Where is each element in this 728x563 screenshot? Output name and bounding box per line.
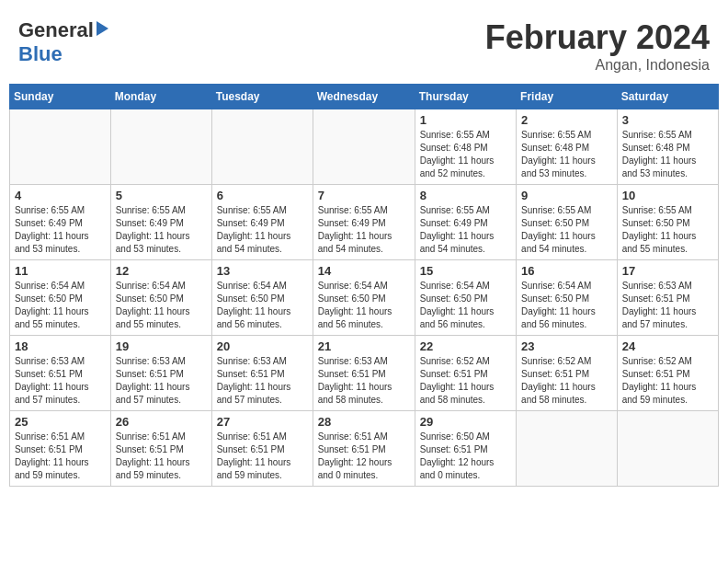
title-block: February 2024 Angan, Indonesia — [485, 18, 710, 74]
calendar-cell: 8Sunrise: 6:55 AM Sunset: 6:49 PM Daylig… — [415, 185, 516, 260]
calendar-cell: 4Sunrise: 6:55 AM Sunset: 6:49 PM Daylig… — [10, 185, 111, 260]
calendar-cell — [10, 109, 111, 185]
calendar-cell: 22Sunrise: 6:52 AM Sunset: 6:51 PM Dayli… — [415, 336, 516, 411]
calendar-cell — [617, 411, 718, 487]
calendar-cell: 24Sunrise: 6:52 AM Sunset: 6:51 PM Dayli… — [617, 336, 718, 411]
weekday-header-saturday: Saturday — [617, 85, 718, 109]
logo-blue: Blue — [18, 42, 63, 65]
calendar-cell: 18Sunrise: 6:53 AM Sunset: 6:51 PM Dayli… — [10, 336, 111, 411]
day-info: Sunrise: 6:54 AM Sunset: 6:50 PM Dayligh… — [318, 280, 410, 331]
day-info: Sunrise: 6:55 AM Sunset: 6:48 PM Dayligh… — [521, 129, 612, 180]
day-number: 3 — [622, 113, 713, 127]
day-info: Sunrise: 6:51 AM Sunset: 6:51 PM Dayligh… — [318, 431, 410, 482]
day-number: 28 — [318, 415, 410, 429]
calendar-cell: 12Sunrise: 6:54 AM Sunset: 6:50 PM Dayli… — [110, 260, 211, 336]
day-number: 27 — [217, 415, 308, 429]
day-info: Sunrise: 6:52 AM Sunset: 6:51 PM Dayligh… — [622, 355, 713, 407]
day-number: 14 — [318, 264, 410, 278]
calendar-cell: 28Sunrise: 6:51 AM Sunset: 6:51 PM Dayli… — [313, 411, 415, 487]
calendar-cell: 6Sunrise: 6:55 AM Sunset: 6:49 PM Daylig… — [211, 185, 313, 260]
calendar-cell — [313, 109, 415, 185]
calendar-cell: 11Sunrise: 6:54 AM Sunset: 6:50 PM Dayli… — [10, 260, 111, 336]
weekday-header-monday: Monday — [110, 85, 211, 109]
day-info: Sunrise: 6:53 AM Sunset: 6:51 PM Dayligh… — [622, 280, 713, 331]
calendar-cell: 23Sunrise: 6:52 AM Sunset: 6:51 PM Dayli… — [517, 336, 618, 411]
day-info: Sunrise: 6:55 AM Sunset: 6:49 PM Dayligh… — [420, 204, 511, 256]
day-number: 9 — [521, 189, 612, 202]
calendar-cell: 20Sunrise: 6:53 AM Sunset: 6:51 PM Dayli… — [211, 336, 313, 411]
day-info: Sunrise: 6:55 AM Sunset: 6:50 PM Dayligh… — [622, 204, 713, 256]
day-number: 2 — [521, 113, 612, 127]
calendar-cell: 17Sunrise: 6:53 AM Sunset: 6:51 PM Dayli… — [617, 260, 718, 336]
month-title: February 2024 — [485, 18, 710, 57]
day-info: Sunrise: 6:52 AM Sunset: 6:51 PM Dayligh… — [521, 355, 612, 407]
calendar-cell: 1Sunrise: 6:55 AM Sunset: 6:48 PM Daylig… — [415, 109, 516, 185]
weekday-header-thursday: Thursday — [415, 85, 516, 109]
day-info: Sunrise: 6:55 AM Sunset: 6:49 PM Dayligh… — [15, 204, 106, 256]
day-number: 21 — [318, 339, 410, 353]
calendar-cell: 25Sunrise: 6:51 AM Sunset: 6:51 PM Dayli… — [10, 411, 111, 487]
logo-arrow-icon — [97, 21, 108, 36]
day-info: Sunrise: 6:53 AM Sunset: 6:51 PM Dayligh… — [116, 355, 207, 407]
day-info: Sunrise: 6:55 AM Sunset: 6:48 PM Dayligh… — [622, 129, 713, 180]
day-number: 18 — [15, 339, 106, 353]
day-info: Sunrise: 6:54 AM Sunset: 6:50 PM Dayligh… — [420, 280, 511, 331]
weekday-header-sunday: Sunday — [10, 85, 111, 109]
day-info: Sunrise: 6:51 AM Sunset: 6:51 PM Dayligh… — [116, 431, 207, 482]
calendar-cell: 7Sunrise: 6:55 AM Sunset: 6:49 PM Daylig… — [313, 185, 415, 260]
day-number: 4 — [15, 189, 106, 202]
location-title: Angan, Indonesia — [485, 57, 710, 74]
day-info: Sunrise: 6:51 AM Sunset: 6:51 PM Dayligh… — [217, 431, 308, 482]
calendar-cell: 26Sunrise: 6:51 AM Sunset: 6:51 PM Dayli… — [110, 411, 211, 487]
day-number: 24 — [622, 339, 713, 353]
day-info: Sunrise: 6:55 AM Sunset: 6:49 PM Dayligh… — [318, 204, 410, 256]
day-number: 23 — [521, 339, 612, 353]
calendar-cell: 14Sunrise: 6:54 AM Sunset: 6:50 PM Dayli… — [313, 260, 415, 336]
calendar-cell — [211, 109, 313, 185]
day-info: Sunrise: 6:55 AM Sunset: 6:50 PM Dayligh… — [521, 204, 612, 256]
day-info: Sunrise: 6:55 AM Sunset: 6:49 PM Dayligh… — [116, 204, 207, 256]
calendar-cell: 5Sunrise: 6:55 AM Sunset: 6:49 PM Daylig… — [110, 185, 211, 260]
day-info: Sunrise: 6:55 AM Sunset: 6:49 PM Dayligh… — [217, 204, 308, 256]
day-number: 15 — [420, 264, 511, 278]
calendar-cell: 9Sunrise: 6:55 AM Sunset: 6:50 PM Daylig… — [517, 185, 618, 260]
logo: General Blue — [18, 18, 108, 66]
day-info: Sunrise: 6:54 AM Sunset: 6:50 PM Dayligh… — [217, 280, 308, 331]
day-number: 8 — [420, 189, 511, 202]
page-header: General Blue February 2024 Angan, Indone… — [9, 9, 719, 78]
day-number: 25 — [15, 415, 106, 429]
day-number: 20 — [217, 339, 308, 353]
calendar-cell — [517, 411, 618, 487]
calendar-cell — [110, 109, 211, 185]
calendar-cell: 27Sunrise: 6:51 AM Sunset: 6:51 PM Dayli… — [211, 411, 313, 487]
calendar-cell: 13Sunrise: 6:54 AM Sunset: 6:50 PM Dayli… — [211, 260, 313, 336]
day-number: 22 — [420, 339, 511, 353]
day-info: Sunrise: 6:54 AM Sunset: 6:50 PM Dayligh… — [116, 280, 207, 331]
calendar-cell: 16Sunrise: 6:54 AM Sunset: 6:50 PM Dayli… — [517, 260, 618, 336]
day-number: 19 — [116, 339, 207, 353]
day-number: 7 — [318, 189, 410, 202]
day-info: Sunrise: 6:50 AM Sunset: 6:51 PM Dayligh… — [420, 431, 511, 482]
day-info: Sunrise: 6:53 AM Sunset: 6:51 PM Dayligh… — [217, 355, 308, 407]
day-info: Sunrise: 6:52 AM Sunset: 6:51 PM Dayligh… — [420, 355, 511, 407]
weekday-header-friday: Friday — [517, 85, 618, 109]
day-number: 29 — [420, 415, 511, 429]
day-info: Sunrise: 6:54 AM Sunset: 6:50 PM Dayligh… — [521, 280, 612, 331]
day-number: 16 — [521, 264, 612, 278]
calendar-table: SundayMondayTuesdayWednesdayThursdayFrid… — [9, 84, 719, 487]
calendar-cell: 3Sunrise: 6:55 AM Sunset: 6:48 PM Daylig… — [617, 109, 718, 185]
day-number: 26 — [116, 415, 207, 429]
day-number: 10 — [622, 189, 713, 202]
day-number: 5 — [116, 189, 207, 202]
weekday-header-tuesday: Tuesday — [211, 85, 313, 109]
calendar-cell: 2Sunrise: 6:55 AM Sunset: 6:48 PM Daylig… — [517, 109, 618, 185]
weekday-header-wednesday: Wednesday — [313, 85, 415, 109]
calendar-cell: 29Sunrise: 6:50 AM Sunset: 6:51 PM Dayli… — [415, 411, 516, 487]
day-info: Sunrise: 6:53 AM Sunset: 6:51 PM Dayligh… — [15, 355, 106, 407]
calendar-cell: 15Sunrise: 6:54 AM Sunset: 6:50 PM Dayli… — [415, 260, 516, 336]
calendar-cell: 10Sunrise: 6:55 AM Sunset: 6:50 PM Dayli… — [617, 185, 718, 260]
day-number: 11 — [15, 264, 106, 278]
day-info: Sunrise: 6:55 AM Sunset: 6:48 PM Dayligh… — [420, 129, 511, 180]
day-info: Sunrise: 6:53 AM Sunset: 6:51 PM Dayligh… — [318, 355, 410, 407]
calendar-cell: 21Sunrise: 6:53 AM Sunset: 6:51 PM Dayli… — [313, 336, 415, 411]
